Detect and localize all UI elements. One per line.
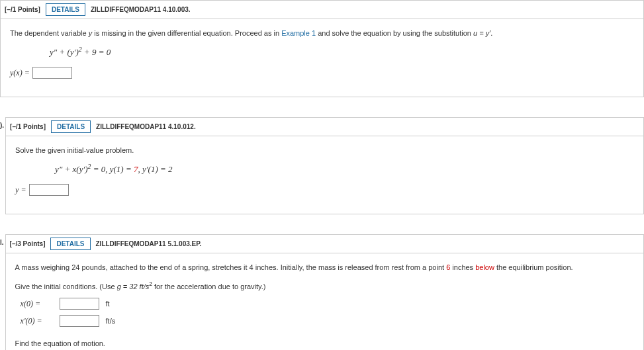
details-button[interactable]: DETAILS	[51, 120, 91, 133]
prompt-text-3: Find the equation of motion.	[15, 337, 634, 350]
prompt-text-1: A mass weighing 24 pounds, attached to t…	[15, 261, 634, 274]
answer-input-xp0[interactable]	[60, 315, 99, 327]
question-header: [–/1 Points] DETAILS ZILLDIFFEQMODAP11 4…	[1, 1, 643, 19]
xp0-label: x′(0) =	[21, 314, 57, 328]
points-label: [–/1 Points]	[5, 6, 40, 13]
prompt-text: Solve the given initial-value problem.	[15, 144, 634, 157]
equation: y″ + (y′)2 + 9 = 0	[50, 45, 634, 60]
unit-ft: ft	[106, 298, 110, 310]
answer-input-x0[interactable]	[60, 298, 99, 310]
points-label: [–/1 Points]	[10, 123, 46, 130]
prompt-text: The dependent variable y is missing in t…	[10, 27, 634, 40]
source-label: ZILLDIFFEQMODAP11 4.10.003.	[91, 6, 191, 13]
source-label: ZILLDIFFEQMODAP11 5.1.003.EP.	[96, 240, 202, 247]
example-link[interactable]: Example 1	[281, 29, 316, 37]
answer-label: y =	[15, 183, 26, 197]
x0-label: x(0) =	[21, 297, 57, 310]
points-label: [–/3 Points]	[10, 240, 46, 247]
question-header: [–/3 Points] DETAILS ZILLDIFFEQMODAP11 5…	[6, 235, 643, 253]
source-label: ZILLDIFFEQMODAP11 4.10.012.	[96, 123, 196, 130]
prompt-text-2: Give the initial conditions. (Use g = 32…	[15, 281, 634, 293]
question-header: [–/1 Points] DETAILS ZILLDIFFEQMODAP11 4…	[6, 118, 643, 136]
item-prefix: l.	[0, 234, 5, 246]
answer-label: y(x) =	[10, 66, 30, 79]
item-prefix: ).	[0, 117, 5, 129]
answer-input-y[interactable]	[32, 67, 72, 79]
details-button[interactable]: DETAILS	[50, 238, 90, 250]
equation: y″ + x(y′)2 = 0, y(1) = 7, y′(1) = 2	[55, 162, 634, 177]
details-button[interactable]: DETAILS	[46, 3, 85, 16]
unit-fts: ft/s	[106, 315, 116, 328]
answer-input-y[interactable]	[29, 184, 69, 196]
